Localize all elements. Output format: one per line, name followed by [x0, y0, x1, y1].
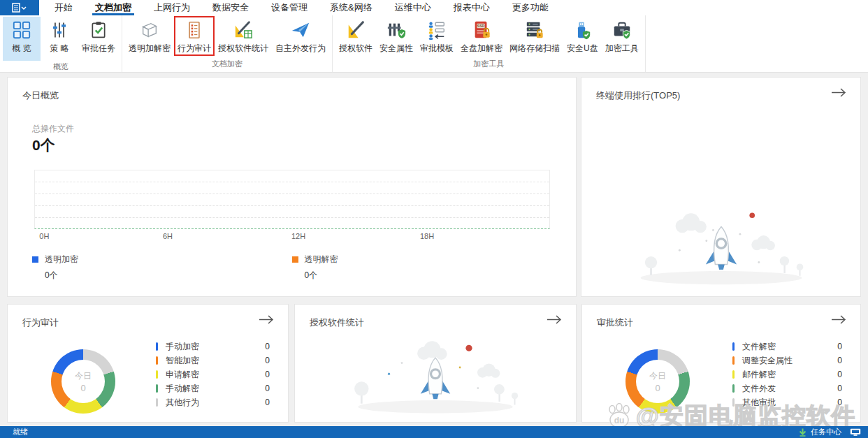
- tab-start[interactable]: 开始: [43, 0, 84, 15]
- ribbon-button-policy[interactable]: 策 略: [41, 17, 78, 57]
- donut-center-value: 0: [655, 383, 660, 393]
- ribbon-group-label: 文档加密: [124, 58, 331, 72]
- legend-value: 0: [837, 356, 842, 365]
- legend-item: 其他行为0: [156, 395, 270, 409]
- tab-system-network[interactable]: 系统&网络: [319, 0, 384, 15]
- empty-state-rocket-illustration: [334, 334, 537, 421]
- app-menu-button[interactable]: [0, 0, 39, 15]
- legend-label: 邮件解密: [742, 369, 776, 381]
- ribbon-button-overview[interactable]: 概 览: [3, 17, 41, 61]
- timeline-chart: [34, 170, 550, 229]
- ribbon-button-transparent-crypt[interactable]: 透明加解密: [125, 17, 174, 57]
- legend-marker: [156, 370, 158, 379]
- donut-legend: 手动加密0 智能加密0 申请解密0 手动解密0 其他行为0: [156, 340, 270, 409]
- card-today-overview: 今日概览 总操作文件 0个 0H 6H 12H 18H 透明加密 0个: [7, 77, 577, 297]
- task-center-button[interactable]: 任务中心: [811, 427, 841, 437]
- metric-value: 0个: [32, 136, 55, 155]
- ribbon-group-doc-encrypt: 透明加解密: [122, 15, 333, 72]
- card-title: 授权软件统计: [310, 316, 364, 329]
- monitor-icon[interactable]: [850, 428, 861, 437]
- status-bar: 就绪 任务中心: [0, 426, 868, 438]
- donut-legend: 文件解密0 调整安全属性0 邮件解密0 文件外发0 其他审批0: [732, 340, 842, 409]
- tab-report-center[interactable]: 报表中心: [442, 0, 501, 15]
- legend-item: 其他审批0: [732, 395, 842, 409]
- status-ready-text: 就绪: [13, 427, 28, 437]
- ribbon-button-security-attr[interactable]: 安全属性: [376, 17, 417, 57]
- legend-marker: [156, 398, 158, 407]
- donut-center: 今日 0: [636, 360, 679, 403]
- behavior-donut-chart: 今日 0: [51, 349, 115, 414]
- red-dot: [465, 345, 472, 351]
- ribbon-button-approval-tasks[interactable]: 审批任务: [78, 17, 119, 57]
- legend-label: 透明解密: [305, 254, 338, 265]
- ribbon-button-self-outgoing[interactable]: 自主外发行为: [272, 17, 329, 57]
- ribbon-button-crypt-tools[interactable]: 加密工具: [602, 17, 642, 57]
- ribbon-button-label: 网络存储扫描: [509, 43, 560, 54]
- legend-value: 0: [837, 370, 842, 379]
- ribbon-button-approval-template[interactable]: 审批模板: [417, 17, 457, 57]
- card-title: 审批统计: [597, 316, 633, 329]
- legend-marker: [732, 398, 735, 407]
- ribbon-button-fulldisk-crypt[interactable]: SSD 全盘加解密: [457, 17, 506, 57]
- legend-label: 调整安全属性: [742, 355, 793, 367]
- legend-item: 文件解密0: [732, 340, 842, 353]
- tab-more-features[interactable]: 更多功能: [501, 0, 560, 15]
- legend-item: 透明加密 0个: [32, 254, 78, 282]
- menu-tabs: 开始 文档加密 上网行为 数据安全 设备管理 系统&网络 运维中心 报表中心 更…: [43, 0, 560, 15]
- card-software-stats: 授权软件统计: [294, 304, 577, 423]
- legend-item: 手动加密0: [156, 340, 270, 353]
- legend-value: 0个: [305, 270, 338, 282]
- ruler-pencil-icon: [345, 20, 366, 41]
- x-tick: 0H: [39, 232, 49, 240]
- ribbon-button-label: 全盘加解密: [461, 43, 502, 54]
- arrow-right-icon[interactable]: [831, 87, 846, 100]
- tab-data-security[interactable]: 数据安全: [201, 0, 260, 15]
- legend-label: 手动加密: [166, 341, 199, 353]
- x-axis-ticks: 0H 6H 12H 18H: [34, 232, 549, 242]
- legend-marker: [156, 342, 158, 351]
- ribbon-button-label: 行为审计: [178, 43, 211, 54]
- arrow-right-icon[interactable]: [259, 314, 274, 327]
- legend-value: 0: [837, 384, 842, 393]
- legend-label: 其他审批: [742, 397, 776, 409]
- legend-value: 0: [837, 342, 842, 351]
- ribbon-button-software-stats[interactable]: 授权软件统计: [215, 17, 272, 57]
- arrow-right-icon[interactable]: [831, 314, 846, 327]
- legend-item: 智能加密0: [156, 353, 270, 367]
- tab-web-behavior[interactable]: 上网行为: [143, 0, 201, 15]
- ribbon-button-network-scan[interactable]: 网络存储扫描: [506, 17, 563, 57]
- tab-ops-center[interactable]: 运维中心: [384, 0, 442, 15]
- donut-center-value: 0: [80, 383, 85, 393]
- tab-device-mgmt[interactable]: 设备管理: [260, 0, 319, 15]
- legend-item: 调整安全属性0: [732, 353, 842, 367]
- approval-tasks-icon: [88, 20, 109, 41]
- usb-shield-icon: [572, 20, 593, 41]
- download-arrow-icon: [799, 428, 806, 437]
- legend-marker: [732, 356, 735, 365]
- ribbon-button-behavior-audit[interactable]: 行为审计: [174, 17, 215, 57]
- legend-marker: [732, 370, 735, 379]
- tab-doc-encrypt[interactable]: 文档加密: [84, 0, 143, 15]
- legend-label: 文件解密: [742, 341, 776, 353]
- ribbon-button-licensed-software[interactable]: 授权软件: [335, 17, 376, 57]
- donut-center-label: 今日: [649, 370, 666, 382]
- legend-item: 邮件解密0: [732, 367, 842, 381]
- donut-center-label: 今日: [75, 370, 92, 382]
- ribbon-button-label: 授权软件统计: [218, 43, 268, 54]
- ribbon-button-secure-usb[interactable]: 安全U盘: [563, 17, 602, 57]
- legend-value: 0: [265, 370, 270, 379]
- x-tick: 6H: [163, 232, 173, 240]
- ribbon-group-overview: 概 览 策 略: [0, 15, 122, 72]
- toolbox-shield-icon: [612, 20, 632, 41]
- ribbon-button-label: 策 略: [50, 43, 68, 54]
- legend-value: 0: [265, 342, 270, 351]
- card-title: 终端使用排行(TOP5): [596, 89, 680, 102]
- empty-state-rocket-illustration: [616, 202, 826, 292]
- audit-document-icon: [184, 20, 205, 41]
- ribbon-toolbar: 概 览 策 略: [0, 15, 868, 73]
- red-dot: [749, 212, 755, 218]
- paper-plane-icon: [290, 20, 311, 41]
- fence-shield-icon: [386, 20, 407, 41]
- legend-marker: [32, 256, 38, 263]
- arrow-right-icon[interactable]: [547, 314, 562, 327]
